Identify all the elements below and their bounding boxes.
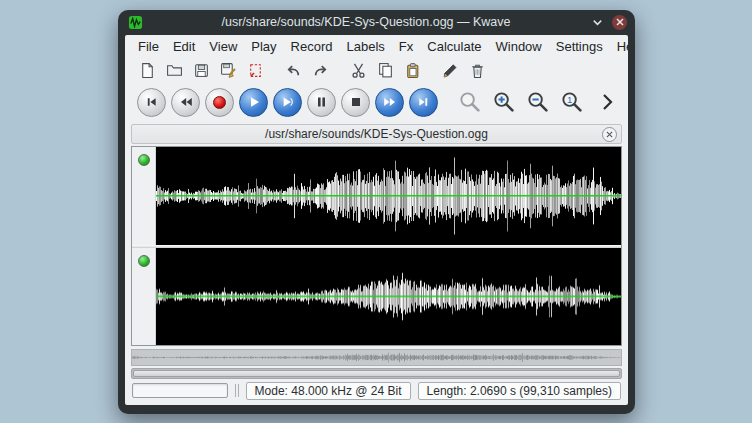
skip-to-end-button[interactable] [409, 88, 438, 117]
menu-file[interactable]: File [131, 38, 166, 56]
zoom-selection-button[interactable] [457, 89, 483, 115]
menu-view[interactable]: View [202, 38, 244, 56]
menu-settings[interactable]: Settings [549, 38, 610, 56]
new-file-button[interactable] [137, 60, 158, 81]
rewind-icon [179, 96, 193, 108]
status-text-field [132, 383, 228, 398]
channel-1-waveform[interactable] [156, 147, 621, 245]
cut-button[interactable] [348, 60, 369, 81]
menu-calculate[interactable]: Calculate [420, 38, 488, 56]
close-button[interactable] [612, 15, 627, 30]
close-icon [606, 131, 613, 138]
desktop: { "window": { "title": "/usr/share/sound… [0, 0, 752, 423]
zoom-out-icon [526, 90, 550, 114]
zoom-selection-icon [458, 90, 482, 114]
channel-2-waveform[interactable] [156, 248, 621, 346]
copy-icon [377, 62, 394, 79]
horizontal-scrollbar[interactable] [131, 368, 622, 379]
svg-text:1: 1 [567, 94, 572, 105]
close-file-button[interactable] [245, 60, 266, 81]
delete-icon [469, 62, 486, 79]
rewind-button[interactable] [171, 88, 200, 117]
zoom-in-icon [492, 90, 516, 114]
channel-1 [132, 147, 621, 245]
open-file-button[interactable] [164, 60, 185, 81]
save-as-button[interactable] [218, 60, 239, 81]
play-loop-icon [281, 96, 294, 108]
play-icon [248, 96, 260, 108]
statusbar: Mode: 48.000 kHz @ 24 Bit Length: 2.0690… [125, 379, 628, 405]
menu-window[interactable]: Window [489, 38, 549, 56]
tab-label: /usr/share/sounds/KDE-Sys-Question.ogg [132, 127, 621, 141]
save-file-button[interactable] [191, 60, 212, 81]
cut-icon [350, 62, 367, 79]
fast-forward-icon [383, 96, 397, 108]
redo-button[interactable] [310, 60, 331, 81]
menu-play[interactable]: Play [244, 38, 283, 56]
toolbar-edit [125, 57, 628, 83]
paste-button[interactable] [402, 60, 423, 81]
erase-button[interactable] [440, 60, 461, 81]
play-loop-button[interactable] [273, 88, 302, 117]
channel-2-enabled-led[interactable] [138, 255, 150, 267]
window-content: File Edit View Play Record Labels Fx Cal… [125, 35, 628, 405]
skip-to-start-button[interactable] [137, 88, 166, 117]
stop-icon [351, 97, 361, 107]
zoom-normal-button[interactable]: 1 [559, 89, 585, 115]
copy-button[interactable] [375, 60, 396, 81]
zoom-toolbar-group: 1 [457, 89, 585, 115]
undo-icon [285, 62, 302, 79]
status-length: Length: 2.0690 s (99,310 samples) [418, 382, 621, 400]
zoom-normal-icon: 1 [560, 90, 584, 114]
channel-1-enabled-led[interactable] [138, 154, 150, 166]
fast-forward-button[interactable] [375, 88, 404, 117]
record-icon [213, 96, 226, 109]
overview-strip[interactable] [131, 349, 622, 366]
menu-help[interactable]: Help [610, 38, 628, 56]
menu-edit[interactable]: Edit [166, 38, 202, 56]
overview-waveform[interactable] [132, 350, 621, 365]
save-as-icon [220, 62, 237, 79]
titlebar[interactable]: /usr/share/sounds/KDE-Sys-Question.ogg —… [118, 10, 635, 34]
erase-icon [442, 62, 459, 79]
channel-1-controls [132, 147, 156, 245]
skip-to-start-icon [145, 96, 158, 108]
channel-2-controls [132, 248, 156, 346]
toolbar-extension-button[interactable] [600, 92, 616, 112]
tab-close-button[interactable] [602, 127, 617, 142]
minimize-button[interactable] [588, 13, 606, 31]
toolbar-playback: 1 [125, 83, 628, 123]
kwave-window: /usr/share/sounds/KDE-Sys-Question.ogg —… [118, 10, 635, 414]
zoom-in-button[interactable] [491, 89, 517, 115]
pause-icon [316, 96, 327, 108]
scrollbar-thumb[interactable] [133, 370, 620, 377]
menubar: File Edit View Play Record Labels Fx Cal… [125, 35, 628, 57]
app-icon [126, 13, 144, 31]
paste-icon [404, 62, 421, 79]
new-file-icon [139, 62, 156, 79]
record-button[interactable] [205, 88, 234, 117]
zoom-out-button[interactable] [525, 89, 551, 115]
menu-labels[interactable]: Labels [340, 38, 392, 56]
statusbar-grip[interactable] [235, 384, 239, 397]
channel-2 [132, 248, 621, 346]
menu-fx[interactable]: Fx [392, 38, 420, 56]
close-file-icon [247, 62, 264, 79]
play-button[interactable] [239, 88, 268, 117]
stop-button[interactable] [341, 88, 370, 117]
signal-view [131, 146, 622, 346]
skip-to-end-icon [417, 96, 430, 108]
chevron-right-icon [600, 92, 614, 112]
undo-button[interactable] [283, 60, 304, 81]
file-tab[interactable]: /usr/share/sounds/KDE-Sys-Question.ogg [131, 124, 622, 144]
status-mode: Mode: 48.000 kHz @ 24 Bit [246, 382, 411, 400]
redo-icon [312, 62, 329, 79]
pause-button[interactable] [307, 88, 336, 117]
menu-record[interactable]: Record [284, 38, 340, 56]
save-file-icon [193, 62, 210, 79]
window-title: /usr/share/sounds/KDE-Sys-Question.ogg —… [150, 15, 582, 29]
delete-button[interactable] [467, 60, 488, 81]
open-file-icon [166, 62, 183, 79]
